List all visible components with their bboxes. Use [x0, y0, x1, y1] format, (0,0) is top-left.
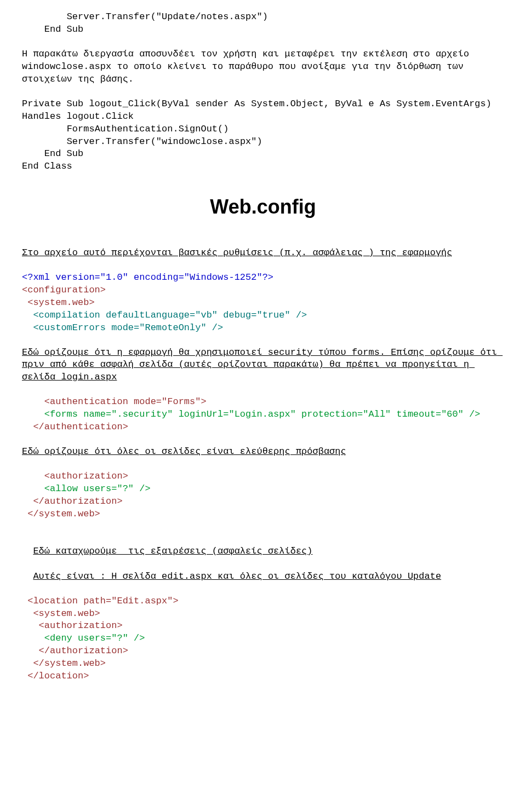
code-line: </authorization>	[22, 645, 504, 658]
code-line: <deny users="?" />	[22, 632, 504, 645]
code-line: <compilation defaultLanguage="vb" debug=…	[22, 309, 504, 322]
code-line: End Class	[22, 160, 504, 173]
code-line: </system.web>	[22, 658, 504, 670]
paragraph: Εδώ καταχωρούμε τις εξαιρέσεις (ασφαλείς…	[22, 533, 504, 583]
code-line: </authentication>	[22, 421, 504, 434]
code-line: </authorization>	[22, 496, 504, 508]
code-line: </system.web>	[22, 508, 504, 521]
paragraph: Η παρακάτω διεργασία αποσυνδέει τον χρήσ…	[22, 48, 504, 86]
code-line: Server.Transfer("windowclose.aspx")	[22, 136, 504, 148]
code-line: End Sub	[22, 24, 504, 36]
code-line: <allow users="?" />	[22, 483, 504, 496]
code-line: <forms name=".security" loginUrl="Login.…	[22, 408, 504, 421]
code-line: <authorization>	[22, 470, 504, 483]
code-line: <authentication mode="Forms">	[22, 396, 504, 408]
code-line: <customErrors mode="RemoteOnly" />	[22, 322, 504, 335]
code-line: Server.Transfer("Update/notes.aspx")	[22, 11, 504, 24]
code-line: <system.web>	[22, 297, 504, 309]
code-line: <?xml version="1.0" encoding="Windows-12…	[22, 272, 504, 284]
code-line: <system.web>	[22, 608, 504, 620]
code-line: </location>	[22, 670, 504, 683]
paragraph: Εδώ ορίζουμε ότι η εφαρμογή θα χρησιμοπο…	[22, 347, 504, 384]
paragraph: Εδώ ορίζουμε ότι όλες οι σελίδες είναι ε…	[22, 446, 504, 458]
code-line: FormsAuthentication.SignOut()	[22, 123, 504, 136]
code-line: Private Sub logout_Click(ByVal sender As…	[22, 98, 504, 123]
text: Εδώ καταχωρούμε τις εξαιρέσεις (ασφαλείς…	[33, 546, 312, 556]
code-line: <configuration>	[22, 284, 504, 297]
code-line: <location path="Edit.aspx">	[22, 595, 504, 608]
code-line: <authorization>	[22, 620, 504, 632]
text: Αυτές είναι : Η σελίδα edit.aspx και όλε…	[33, 571, 441, 581]
paragraph: Στο αρχείο αυτό περιέχονται βασικές ρυθμ…	[22, 247, 504, 260]
section-heading: Web.config	[22, 194, 504, 221]
code-line: End Sub	[22, 148, 504, 160]
